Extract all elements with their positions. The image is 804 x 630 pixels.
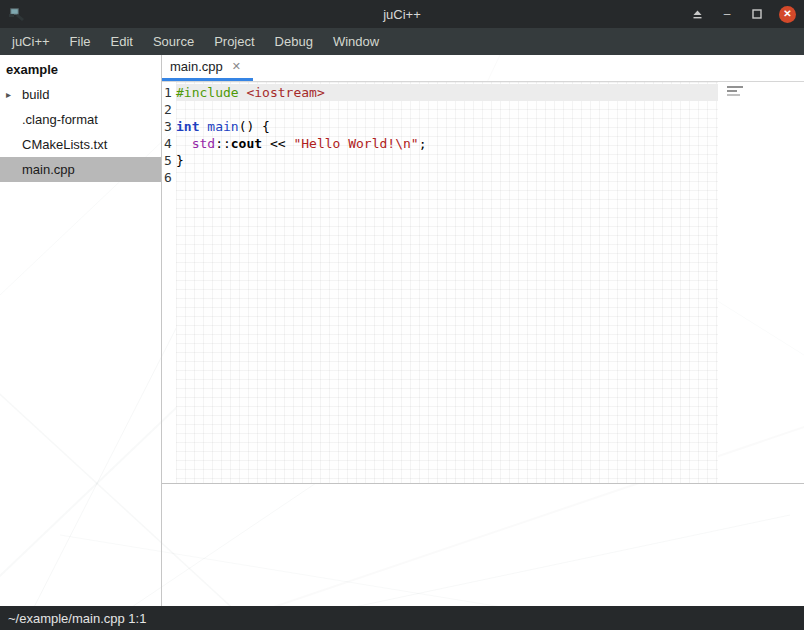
statusbar: ~/example/main.cpp 1:1 bbox=[0, 606, 804, 630]
menu-item-project[interactable]: Project bbox=[204, 30, 264, 53]
project-name: example bbox=[0, 55, 161, 82]
code-editor[interactable]: 123456 #include <iostream>int main() { s… bbox=[162, 82, 804, 483]
tab-main-cpp[interactable]: main.cpp ✕ bbox=[162, 55, 253, 81]
expander-icon[interactable]: ▸ bbox=[6, 89, 22, 100]
tab-close-icon[interactable]: ✕ bbox=[232, 60, 241, 73]
code-line-5: } bbox=[176, 152, 718, 169]
window-controls: – ✕ bbox=[689, 0, 796, 28]
line-number: 1 bbox=[162, 84, 176, 101]
tabbar: main.cpp ✕ bbox=[162, 55, 804, 82]
status-file-position: ~/example/main.cpp 1:1 bbox=[8, 611, 146, 626]
gutter: 123456 bbox=[162, 82, 176, 483]
code-line-4: std::cout << "Hello World!\n"; bbox=[176, 135, 718, 152]
juci-window: juCi++ – ✕ juCi++FileEditSourceProjectDe… bbox=[0, 0, 804, 630]
menu-item-juci[interactable]: juCi++ bbox=[2, 30, 60, 53]
line-number: 5 bbox=[162, 152, 176, 169]
keep-above-icon[interactable] bbox=[689, 6, 705, 22]
window-body: example ▸build.clang-formatCMakeLists.tx… bbox=[0, 55, 804, 606]
menu-item-file[interactable]: File bbox=[60, 30, 101, 53]
tree-item-cmakelists-txt[interactable]: CMakeLists.txt bbox=[0, 132, 161, 157]
line-number: 4 bbox=[162, 135, 176, 152]
menu-item-debug[interactable]: Debug bbox=[265, 30, 323, 53]
tree-item-label: CMakeLists.txt bbox=[22, 137, 107, 152]
sidebar: example ▸build.clang-formatCMakeLists.tx… bbox=[0, 55, 162, 606]
titlebar: juCi++ – ✕ bbox=[0, 0, 804, 28]
line-number: 6 bbox=[162, 169, 176, 186]
main-area: main.cpp ✕ 123456 #include <iostream>int… bbox=[162, 55, 804, 606]
tree-item--clang-format[interactable]: .clang-format bbox=[0, 107, 161, 132]
close-icon[interactable]: ✕ bbox=[779, 6, 796, 23]
menu-item-edit[interactable]: Edit bbox=[101, 30, 143, 53]
menu-item-source[interactable]: Source bbox=[143, 30, 204, 53]
code-line-6 bbox=[176, 169, 718, 186]
tree-item-label: build bbox=[22, 87, 49, 102]
tree-item-label: main.cpp bbox=[22, 162, 75, 177]
line-number: 3 bbox=[162, 118, 176, 135]
window-title: juCi++ bbox=[0, 7, 804, 22]
code-line-1: #include <iostream> bbox=[176, 84, 718, 101]
menubar: juCi++FileEditSourceProjectDebugWindow bbox=[0, 28, 804, 55]
overview-map[interactable] bbox=[727, 86, 747, 96]
restore-icon[interactable] bbox=[749, 6, 765, 22]
code-area[interactable]: #include <iostream>int main() { std::cou… bbox=[176, 82, 718, 483]
bottom-panel[interactable] bbox=[162, 483, 804, 606]
code-line-3: int main() { bbox=[176, 118, 718, 135]
tree-item-build[interactable]: ▸build bbox=[0, 82, 161, 107]
minimize-icon[interactable]: – bbox=[719, 6, 735, 22]
tree-item-label: .clang-format bbox=[22, 112, 98, 127]
line-number: 2 bbox=[162, 101, 176, 118]
code-line-2 bbox=[176, 101, 718, 118]
tree-item-main-cpp[interactable]: main.cpp bbox=[0, 157, 161, 182]
file-tree: ▸build.clang-formatCMakeLists.txtmain.cp… bbox=[0, 82, 161, 182]
tab-label: main.cpp bbox=[170, 59, 223, 74]
menu-item-window[interactable]: Window bbox=[323, 30, 389, 53]
